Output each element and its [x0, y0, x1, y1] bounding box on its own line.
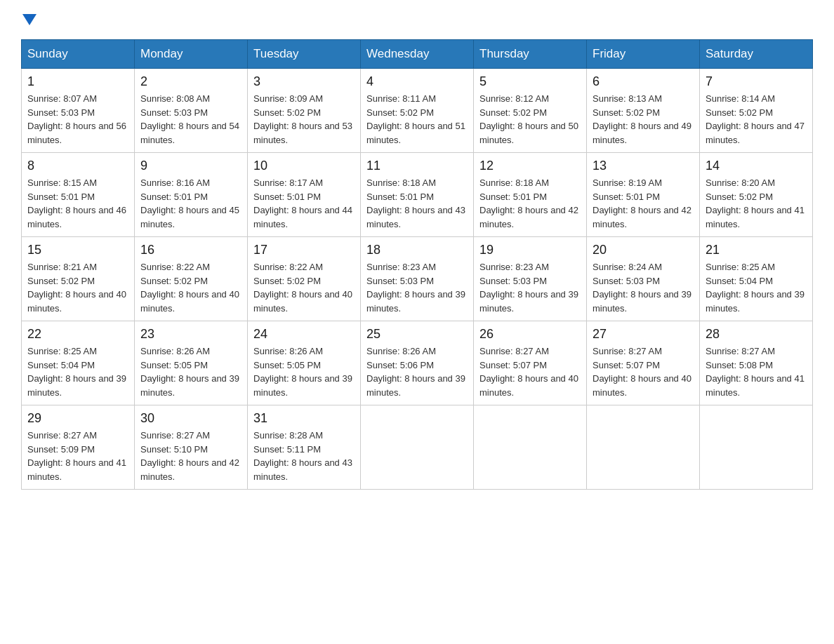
day-info: Sunrise: 8:23 AMSunset: 5:03 PMDaylight:… — [479, 260, 581, 315]
calendar-cell: 31 Sunrise: 8:28 AMSunset: 5:11 PMDaylig… — [248, 405, 361, 490]
calendar-cell: 10 Sunrise: 8:17 AMSunset: 5:01 PMDaylig… — [248, 153, 361, 237]
day-number: 5 — [479, 74, 581, 89]
day-number: 2 — [140, 74, 241, 89]
calendar-table: SundayMondayTuesdayWednesdayThursdayFrid… — [21, 39, 813, 490]
calendar-cell: 28 Sunrise: 8:27 AMSunset: 5:08 PMDaylig… — [700, 321, 813, 405]
day-info: Sunrise: 8:25 AMSunset: 5:04 PMDaylight:… — [27, 344, 128, 399]
calendar-cell: 14 Sunrise: 8:20 AMSunset: 5:02 PMDaylig… — [700, 153, 813, 237]
day-number: 16 — [140, 243, 241, 257]
calendar-cell — [474, 405, 587, 490]
week-row-3: 15 Sunrise: 8:21 AMSunset: 5:02 PMDaylig… — [22, 237, 813, 321]
weekday-header-wednesday: Wednesday — [361, 40, 474, 69]
day-number: 24 — [253, 327, 355, 342]
calendar-cell: 22 Sunrise: 8:25 AMSunset: 5:04 PMDaylig… — [22, 321, 135, 405]
calendar-cell: 20 Sunrise: 8:24 AMSunset: 5:03 PMDaylig… — [587, 237, 700, 321]
calendar-cell — [587, 405, 700, 490]
calendar-cell: 25 Sunrise: 8:26 AMSunset: 5:06 PMDaylig… — [361, 321, 474, 405]
day-number: 15 — [27, 243, 128, 257]
day-number: 6 — [593, 74, 694, 89]
day-info: Sunrise: 8:20 AMSunset: 5:02 PMDaylight:… — [706, 176, 807, 231]
day-info: Sunrise: 8:18 AMSunset: 5:01 PMDaylight:… — [366, 176, 468, 231]
day-info: Sunrise: 8:25 AMSunset: 5:04 PMDaylight:… — [706, 260, 807, 315]
day-info: Sunrise: 8:21 AMSunset: 5:02 PMDaylight:… — [27, 260, 128, 315]
day-info: Sunrise: 8:26 AMSunset: 5:06 PMDaylight:… — [366, 344, 468, 399]
day-info: Sunrise: 8:13 AMSunset: 5:02 PMDaylight:… — [593, 92, 694, 147]
day-number: 28 — [706, 327, 807, 342]
logo-triangle-icon — [22, 14, 37, 25]
calendar-cell: 1 Sunrise: 8:07 AMSunset: 5:03 PMDayligh… — [22, 69, 135, 153]
day-number: 18 — [366, 243, 468, 257]
day-info: Sunrise: 8:27 AMSunset: 5:10 PMDaylight:… — [140, 429, 241, 483]
day-number: 26 — [479, 327, 581, 342]
day-number: 4 — [366, 74, 468, 89]
calendar-cell: 7 Sunrise: 8:14 AMSunset: 5:02 PMDayligh… — [700, 69, 813, 153]
day-number: 1 — [27, 74, 128, 89]
calendar-cell: 11 Sunrise: 8:18 AMSunset: 5:01 PMDaylig… — [361, 153, 474, 237]
week-row-4: 22 Sunrise: 8:25 AMSunset: 5:04 PMDaylig… — [22, 321, 813, 405]
day-info: Sunrise: 8:08 AMSunset: 5:03 PMDaylight:… — [140, 92, 241, 147]
week-row-5: 29 Sunrise: 8:27 AMSunset: 5:09 PMDaylig… — [22, 405, 813, 490]
day-number: 11 — [366, 159, 468, 173]
day-number: 3 — [253, 74, 355, 89]
day-info: Sunrise: 8:23 AMSunset: 5:03 PMDaylight:… — [366, 260, 468, 315]
day-info: Sunrise: 8:15 AMSunset: 5:01 PMDaylight:… — [27, 176, 128, 231]
calendar-cell: 30 Sunrise: 8:27 AMSunset: 5:10 PMDaylig… — [135, 405, 248, 490]
day-number: 21 — [706, 243, 807, 257]
weekday-header-row: SundayMondayTuesdayWednesdayThursdayFrid… — [22, 40, 813, 69]
day-number: 7 — [706, 74, 807, 89]
day-info: Sunrise: 8:19 AMSunset: 5:01 PMDaylight:… — [593, 176, 694, 231]
day-number: 22 — [27, 327, 128, 342]
day-info: Sunrise: 8:22 AMSunset: 5:02 PMDaylight:… — [140, 260, 241, 315]
day-info: Sunrise: 8:17 AMSunset: 5:01 PMDaylight:… — [253, 176, 355, 231]
day-number: 9 — [140, 159, 241, 173]
weekday-header-sunday: Sunday — [22, 40, 135, 69]
calendar-cell: 27 Sunrise: 8:27 AMSunset: 5:07 PMDaylig… — [587, 321, 700, 405]
day-number: 12 — [479, 159, 581, 173]
day-number: 29 — [27, 411, 128, 426]
calendar-cell — [361, 405, 474, 490]
calendar-cell: 15 Sunrise: 8:21 AMSunset: 5:02 PMDaylig… — [22, 237, 135, 321]
week-row-2: 8 Sunrise: 8:15 AMSunset: 5:01 PMDayligh… — [22, 153, 813, 237]
weekday-header-tuesday: Tuesday — [248, 40, 361, 69]
day-number: 20 — [593, 243, 694, 257]
day-number: 8 — [27, 159, 128, 173]
calendar-cell: 23 Sunrise: 8:26 AMSunset: 5:05 PMDaylig… — [135, 321, 248, 405]
day-info: Sunrise: 8:26 AMSunset: 5:05 PMDaylight:… — [253, 344, 355, 399]
calendar-cell: 9 Sunrise: 8:16 AMSunset: 5:01 PMDayligh… — [135, 153, 248, 237]
day-info: Sunrise: 8:22 AMSunset: 5:02 PMDaylight:… — [253, 260, 355, 315]
calendar-cell: 16 Sunrise: 8:22 AMSunset: 5:02 PMDaylig… — [135, 237, 248, 321]
day-number: 13 — [593, 159, 694, 173]
calendar-cell — [700, 405, 813, 490]
day-info: Sunrise: 8:27 AMSunset: 5:08 PMDaylight:… — [706, 344, 807, 399]
calendar-cell: 2 Sunrise: 8:08 AMSunset: 5:03 PMDayligh… — [135, 69, 248, 153]
day-info: Sunrise: 8:07 AMSunset: 5:03 PMDaylight:… — [27, 92, 128, 147]
calendar-cell: 29 Sunrise: 8:27 AMSunset: 5:09 PMDaylig… — [22, 405, 135, 490]
calendar-cell: 21 Sunrise: 8:25 AMSunset: 5:04 PMDaylig… — [700, 237, 813, 321]
weekday-header-monday: Monday — [135, 40, 248, 69]
day-number: 25 — [366, 327, 468, 342]
day-info: Sunrise: 8:28 AMSunset: 5:11 PMDaylight:… — [253, 429, 355, 483]
day-number: 27 — [593, 327, 694, 342]
day-info: Sunrise: 8:16 AMSunset: 5:01 PMDaylight:… — [140, 176, 241, 231]
weekday-header-thursday: Thursday — [474, 40, 587, 69]
calendar-cell: 24 Sunrise: 8:26 AMSunset: 5:05 PMDaylig… — [248, 321, 361, 405]
day-info: Sunrise: 8:26 AMSunset: 5:05 PMDaylight:… — [140, 344, 241, 399]
weekday-header-friday: Friday — [587, 40, 700, 69]
calendar-cell: 6 Sunrise: 8:13 AMSunset: 5:02 PMDayligh… — [587, 69, 700, 153]
day-number: 31 — [253, 411, 355, 426]
calendar-cell: 3 Sunrise: 8:09 AMSunset: 5:02 PMDayligh… — [248, 69, 361, 153]
calendar-cell: 26 Sunrise: 8:27 AMSunset: 5:07 PMDaylig… — [474, 321, 587, 405]
week-row-1: 1 Sunrise: 8:07 AMSunset: 5:03 PMDayligh… — [22, 69, 813, 153]
calendar-cell: 13 Sunrise: 8:19 AMSunset: 5:01 PMDaylig… — [587, 153, 700, 237]
calendar-cell: 8 Sunrise: 8:15 AMSunset: 5:01 PMDayligh… — [22, 153, 135, 237]
page-header — [21, 14, 813, 25]
day-info: Sunrise: 8:12 AMSunset: 5:02 PMDaylight:… — [479, 92, 581, 147]
calendar-cell: 5 Sunrise: 8:12 AMSunset: 5:02 PMDayligh… — [474, 69, 587, 153]
weekday-header-saturday: Saturday — [700, 40, 813, 69]
day-info: Sunrise: 8:27 AMSunset: 5:07 PMDaylight:… — [593, 344, 694, 399]
logo — [21, 14, 37, 25]
day-info: Sunrise: 8:27 AMSunset: 5:07 PMDaylight:… — [479, 344, 581, 399]
calendar-cell: 12 Sunrise: 8:18 AMSunset: 5:01 PMDaylig… — [474, 153, 587, 237]
day-number: 10 — [253, 159, 355, 173]
day-number: 17 — [253, 243, 355, 257]
